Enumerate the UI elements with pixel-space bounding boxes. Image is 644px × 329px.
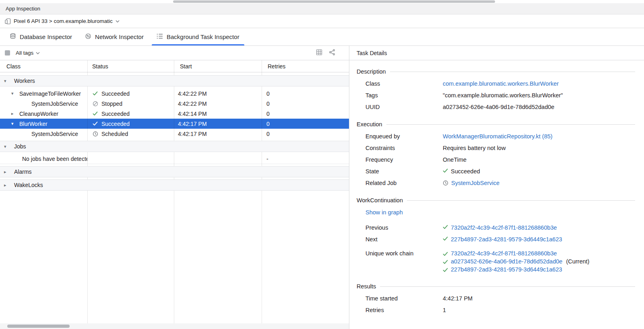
chevron-right-icon: ▸ bbox=[4, 183, 11, 188]
table-row-blurworker-selected[interactable]: ▾ BlurWorker Succeeded 4:42:17 PM 0 bbox=[0, 119, 349, 129]
succeeded-icon bbox=[443, 169, 448, 173]
current-marker: (Current) bbox=[566, 258, 589, 265]
filter-label: All tags bbox=[16, 50, 33, 56]
column-header-status[interactable]: Status bbox=[87, 60, 174, 72]
tab-label: Network Inspector bbox=[95, 33, 144, 40]
detail-row-tags: Tags "com.example.bluromatic.workers.Blu… bbox=[357, 92, 635, 99]
task-details-body: Description Class com.example.bluromatic… bbox=[349, 60, 644, 329]
chain-work-link[interactable]: 7320a2f2-4c39-4c2f-87f1-881268860b3e bbox=[451, 250, 557, 257]
start-time: 4:42:14 PM bbox=[174, 109, 262, 119]
chain-work-link[interactable]: a0273452-626e-4a06-9d1e-78d6d52dad0e bbox=[451, 258, 562, 265]
chevron-down-icon: ▾ bbox=[4, 78, 11, 84]
app-inspection-window: App Inspection Pixel 6 API 33 > com.exam… bbox=[0, 0, 644, 329]
succeeded-icon bbox=[92, 121, 98, 126]
class-link[interactable]: com.example.bluromatic.workers.BlurWorke… bbox=[443, 80, 559, 87]
table-row-cleanupworker[interactable]: ▸ CleanupWorker Succeeded 4:42:14 PM 0 bbox=[0, 109, 349, 119]
detail-row-state: State Succeeded bbox=[357, 168, 635, 175]
chevron-down-icon[interactable]: ▾ bbox=[11, 121, 19, 126]
section-alarms[interactable]: ▸ Alarms bbox=[0, 166, 349, 177]
status-text: Scheduled bbox=[101, 131, 128, 137]
enqueued-by-link[interactable]: WorkManagerBluromaticRepository.kt (85) bbox=[443, 133, 553, 140]
column-header-start[interactable]: Start bbox=[174, 60, 262, 72]
chevron-down-icon[interactable]: ▾ bbox=[11, 91, 19, 96]
tags-value: "com.example.bluromatic.workers.BlurWork… bbox=[443, 92, 563, 99]
status-text: Succeeded bbox=[101, 111, 130, 117]
retries-count: 0 bbox=[262, 99, 349, 109]
detail-row-previous: Previous 7320a2f2-4c39-4c2f-87f1-8812688… bbox=[357, 224, 635, 231]
section-jobs[interactable]: ▾ Jobs bbox=[0, 141, 349, 152]
all-tags-dropdown[interactable]: All tags bbox=[16, 50, 40, 56]
task-table: Class Status Start Retries ▾ Workers ▾ S… bbox=[0, 60, 349, 329]
detail-row-constraints: Constraints Requires battery not low bbox=[357, 145, 635, 152]
status-text: Succeeded bbox=[101, 121, 130, 127]
database-icon bbox=[10, 33, 16, 41]
table-row-systemjobservice[interactable]: SystemJobService Scheduled 4:42:17 PM 0 bbox=[0, 129, 349, 139]
chevron-right-icon[interactable]: ▸ bbox=[11, 111, 19, 116]
table-toolbar: All tags bbox=[0, 46, 349, 60]
succeeded-icon bbox=[443, 236, 448, 241]
stop-inspection-button[interactable] bbox=[5, 50, 10, 56]
detail-row-frequency: Frequency OneTime bbox=[357, 156, 635, 163]
section-label: Jobs bbox=[14, 143, 26, 150]
stopped-icon bbox=[92, 101, 98, 107]
section-label: WakeLocks bbox=[14, 182, 43, 188]
retries-count: 0 bbox=[262, 119, 349, 129]
task-details-header: Task Details bbox=[349, 46, 644, 60]
chevron-down-icon: ▾ bbox=[4, 144, 11, 149]
table-header-row: Class Status Start Retries bbox=[0, 60, 349, 72]
scheduled-icon bbox=[443, 180, 448, 186]
column-header-class[interactable]: Class bbox=[0, 60, 87, 72]
show-in-graph-link[interactable]: Show in graph bbox=[365, 209, 403, 216]
table-view-button[interactable] bbox=[316, 49, 322, 57]
worker-class-name: BlurWorker bbox=[19, 121, 47, 127]
previous-work-link[interactable]: 7320a2f2-4c39-4c2f-87f1-881268860b3e bbox=[451, 224, 557, 231]
retries-value: 1 bbox=[443, 307, 446, 314]
start-time: 4:42:22 PM bbox=[174, 99, 262, 109]
graph-view-button[interactable] bbox=[329, 49, 335, 57]
editor-horizontal-scrollbar[interactable] bbox=[173, 0, 495, 3]
inspector-tab-bar: Database Inspector Network Inspector B bbox=[0, 28, 644, 46]
detail-row-unique-work-chain: Unique work chain 7320a2f2-4c39-4c2f-87f… bbox=[357, 250, 635, 273]
succeeded-icon bbox=[92, 111, 98, 116]
related-job-link[interactable]: SystemJobService bbox=[451, 180, 500, 187]
tab-network-inspector[interactable]: Network Inspector bbox=[78, 28, 150, 45]
device-process-selector[interactable]: Pixel 6 API 33 > com.example.bluromatic bbox=[14, 18, 113, 24]
section-label: Workers bbox=[14, 78, 35, 84]
column-header-retries[interactable]: Retries bbox=[262, 60, 349, 72]
table-row-saveimagetofileworker[interactable]: ▾ SaveImageToFileWorker Succeeded 4:42:2… bbox=[0, 88, 349, 99]
task-table-panel: All tags bbox=[0, 46, 349, 329]
results-heading: Results bbox=[357, 283, 635, 290]
retries-count: 0 bbox=[262, 129, 349, 139]
section-workers[interactable]: ▾ Workers bbox=[0, 75, 349, 86]
succeeded-icon bbox=[443, 260, 448, 264]
device-bar: Pixel 6 API 33 > com.example.bluromatic bbox=[0, 14, 644, 28]
table-horizontal-scrollbar[interactable] bbox=[7, 325, 70, 328]
section-label: Alarms bbox=[14, 169, 32, 175]
tab-label: Background Task Inspector bbox=[167, 33, 239, 40]
worker-class-name: CleanupWorker bbox=[19, 111, 58, 117]
start-time: 4:42:17 PM bbox=[174, 119, 262, 129]
table-row-systemjobservice[interactable]: SystemJobService Stopped 4:42:22 PM 0 bbox=[0, 99, 349, 109]
chevron-down-icon[interactable] bbox=[116, 20, 120, 23]
next-work-link[interactable]: 227b4897-2ad3-4281-9579-3d6449c1a623 bbox=[451, 236, 562, 243]
tab-database-inspector[interactable]: Database Inspector bbox=[3, 28, 78, 45]
tab-background-task-inspector[interactable]: Background Task Inspector bbox=[150, 28, 246, 45]
constraints-value: Requires battery not low bbox=[443, 145, 506, 152]
section-wakelocks[interactable]: ▸ WakeLocks bbox=[0, 179, 349, 191]
detail-row-retries: Retries 1 bbox=[357, 307, 635, 314]
retries-count: 0 bbox=[262, 109, 349, 119]
detail-row-class: Class com.example.bluromatic.workers.Blu… bbox=[357, 80, 635, 87]
chain-work-link[interactable]: 227b4897-2ad3-4281-9579-3d6449c1a623 bbox=[451, 266, 562, 273]
editor-scrollbar-track bbox=[0, 0, 644, 3]
state-value: Succeeded bbox=[451, 168, 480, 175]
job-class-name: SystemJobService bbox=[31, 101, 78, 107]
start-time: 4:42:22 PM bbox=[174, 88, 262, 99]
succeeded-icon bbox=[443, 268, 448, 272]
panel-title: App Inspection bbox=[6, 6, 40, 12]
chevron-right-icon: ▸ bbox=[4, 169, 11, 175]
tab-label: Database Inspector bbox=[20, 33, 72, 40]
detail-row-time-started: Time started 4:42:17 PM bbox=[357, 295, 635, 302]
jobs-empty-row: No jobs have been detected. - bbox=[0, 154, 349, 164]
task-details-title: Task Details bbox=[357, 50, 387, 56]
succeeded-icon bbox=[443, 225, 448, 229]
